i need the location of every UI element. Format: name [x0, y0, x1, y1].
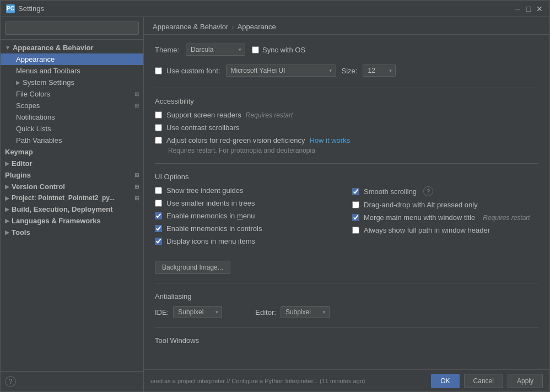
custom-font-label: Use custom font:	[166, 67, 220, 75]
project-icon: ⊞	[134, 195, 139, 201]
title-bar: PC Settings ─ □ ✕	[1, 1, 549, 17]
sidebar-item-label: Scopes	[16, 101, 40, 110]
chevron-icon: ▶	[5, 229, 9, 235]
size-dropdown-wrapper: 12 11 13 14	[363, 65, 396, 77]
ide-aa-label: IDE:	[155, 308, 169, 316]
mnemonics-controls-checkbox[interactable]	[155, 225, 162, 232]
custom-font-label-row[interactable]: Use custom font:	[155, 67, 220, 75]
search-input[interactable]	[5, 22, 139, 35]
chevron-icon: ▶	[5, 218, 9, 224]
full-path-header-checkbox[interactable]	[352, 227, 359, 234]
smaller-indents-label[interactable]: Use smaller indents in trees	[166, 199, 255, 207]
ui-options-grid: Show tree indent guides Use smaller inde…	[155, 186, 538, 250]
mnemonics-controls-row: Enable mnemonics in controls	[155, 224, 341, 233]
main-content: ▼ Appearance & Behavior Appearance Menus…	[1, 17, 549, 391]
display-icons-label[interactable]: Display icons in menu items	[166, 237, 255, 245]
sidebar-item-notifications[interactable]: Notifications	[1, 111, 143, 123]
smooth-scrolling-help-icon[interactable]: ?	[423, 186, 433, 196]
mnemonics-controls-label[interactable]: Enable mnemonics in controls	[166, 224, 262, 233]
sidebar-item-menus-toolbars[interactable]: Menus and Toolbars	[1, 65, 143, 77]
merge-menu-row: Merge main menu with window title Requir…	[352, 213, 538, 222]
search-box	[1, 17, 143, 40]
sidebar-item-tools[interactable]: ▶ Tools	[1, 227, 143, 238]
tree-indent-checkbox[interactable]	[155, 187, 162, 194]
sidebar-item-label: Languages & Frameworks	[12, 217, 101, 225]
theme-label: Theme:	[155, 46, 179, 54]
sidebar-item-scopes[interactable]: Scopes ⊞	[1, 100, 143, 111]
smooth-scrolling-checkbox[interactable]	[352, 188, 359, 195]
drag-drop-alt-label[interactable]: Drag-and-drop with Alt pressed only	[364, 201, 478, 209]
display-icons-checkbox[interactable]	[155, 238, 162, 245]
theme-dropdown[interactable]: Darcula Light High Contrast	[186, 44, 245, 56]
custom-font-checkbox[interactable]	[155, 67, 162, 74]
chevron-icon: ▶	[5, 184, 9, 190]
sidebar-item-editor[interactable]: ▶ Editor	[1, 158, 143, 169]
sidebar-item-keymap[interactable]: Keymap	[1, 146, 143, 158]
sidebar-item-file-colors[interactable]: File Colors ⊞	[1, 88, 143, 100]
mnemonics-menu-checkbox[interactable]	[155, 212, 162, 219]
divider-ui-options	[155, 163, 538, 164]
version-control-icon: ⊞	[134, 184, 139, 190]
editor-aa-dropdown[interactable]: Subpixel Greyscale None	[281, 306, 330, 318]
minimize-button[interactable]: ─	[513, 4, 522, 13]
sidebar-item-label: Appearance	[16, 55, 55, 63]
editor-aa-dropdown-wrapper: Subpixel Greyscale None	[281, 306, 330, 318]
divider-tool-windows	[155, 327, 538, 327]
breadcrumb-parent: Appearance & Behavior	[153, 23, 228, 31]
antialiasing-row: IDE: Subpixel Greyscale None Editor:	[155, 306, 538, 318]
font-dropdown[interactable]: Microsoft YaHei UI	[226, 65, 336, 77]
background-image-button[interactable]: Background Image...	[155, 261, 230, 274]
help-button[interactable]: ?	[5, 376, 16, 387]
sidebar-item-languages-frameworks[interactable]: ▶ Languages & Frameworks	[1, 215, 143, 227]
sync-with-os-row[interactable]: Sync with OS	[252, 46, 305, 54]
sidebar-item-build-execution[interactable]: ▶ Build, Execution, Deployment	[1, 203, 143, 215]
close-button[interactable]: ✕	[535, 4, 544, 13]
merge-menu-label[interactable]: Merge main menu with window title	[364, 213, 475, 222]
sidebar-item-quick-lists[interactable]: Quick Lists	[1, 123, 143, 135]
smooth-scrolling-label[interactable]: Smooth scrolling	[364, 187, 417, 196]
sidebar-item-path-variables[interactable]: Path Variables	[1, 135, 143, 146]
sidebar-item-appearance[interactable]: Appearance	[1, 53, 143, 65]
divider-accessibility	[155, 88, 538, 88]
drag-drop-alt-checkbox[interactable]	[352, 201, 359, 208]
sidebar-item-label: Quick Lists	[16, 125, 51, 133]
sync-with-os-checkbox[interactable]	[252, 46, 259, 53]
size-dropdown[interactable]: 12 11 13 14	[363, 65, 396, 77]
sidebar-item-label: Plugins	[5, 171, 31, 179]
ide-aa-dropdown-wrapper: Subpixel Greyscale None	[173, 306, 222, 318]
sidebar-item-appearance-behavior[interactable]: ▼ Appearance & Behavior	[1, 42, 143, 53]
screen-readers-checkbox[interactable]	[155, 111, 162, 119]
sync-with-os-label: Sync with OS	[262, 46, 305, 54]
ide-aa-dropdown[interactable]: Subpixel Greyscale None	[173, 306, 222, 318]
sidebar-item-plugins[interactable]: Plugins ⊞	[1, 169, 143, 181]
color-blindness-label[interactable]: Adjust colors for red-green vision defic…	[166, 136, 305, 144]
tree-indent-label[interactable]: Show tree indent guides	[166, 186, 243, 195]
contrast-scrollbars-label[interactable]: Use contrast scrollbars	[166, 123, 239, 132]
display-icons-row: Display icons in menu items	[155, 237, 341, 245]
window-title: Settings	[18, 4, 44, 13]
mnemonics-menu-label[interactable]: Enable mnemonics in menu	[166, 212, 255, 220]
color-blindness-checkbox[interactable]	[155, 137, 162, 144]
apply-button[interactable]: Apply	[508, 374, 543, 388]
ok-button[interactable]: OK	[431, 374, 459, 388]
accessibility-section: Accessibility Support screen readers Req…	[155, 97, 538, 154]
screen-readers-restart-tag: Requires restart	[246, 111, 293, 119]
app-icon: PC	[6, 4, 15, 13]
sidebar-item-system-settings[interactable]: ▶ System Settings	[1, 77, 143, 88]
full-path-header-label[interactable]: Always show full path in window header	[364, 226, 490, 234]
screen-readers-label[interactable]: Support screen readers	[166, 111, 241, 119]
maximize-button[interactable]: □	[524, 4, 533, 13]
contrast-scrollbars-checkbox[interactable]	[155, 124, 162, 131]
chevron-icon: ▼	[5, 45, 10, 51]
sidebar-item-project[interactable]: ▶ Project: Pointnet_Pointnet2_py... ⊞	[1, 192, 143, 203]
sidebar-item-label: Editor	[12, 159, 33, 168]
breadcrumb: Appearance & Behavior › Appearance	[144, 17, 549, 35]
ui-options-left: Show tree indent guides Use smaller inde…	[155, 186, 341, 250]
cancel-button[interactable]: Cancel	[464, 374, 503, 388]
smaller-indents-checkbox[interactable]	[155, 200, 162, 207]
editor-aa-label: Editor:	[255, 308, 276, 316]
ui-options-section: UI Options Show tree indent guides Use s…	[155, 173, 538, 274]
merge-menu-checkbox[interactable]	[352, 214, 359, 221]
how-it-works-link[interactable]: How it works	[309, 136, 350, 144]
sidebar-item-version-control[interactable]: ▶ Version Control ⊞	[1, 181, 143, 192]
